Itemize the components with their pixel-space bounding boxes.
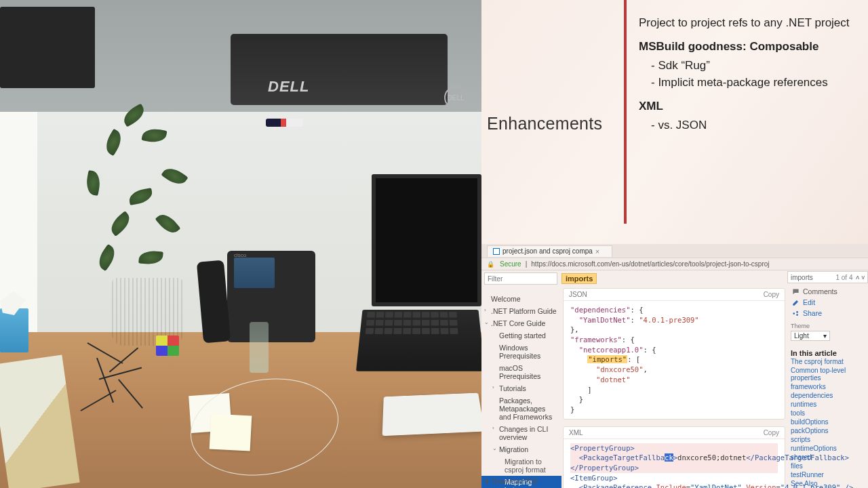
slide-accent-bar [624, 0, 627, 224]
nav-item-migration[interactable]: ⌄Migration [481, 443, 561, 455]
slide-bullet: XML [639, 98, 868, 115]
toc-link[interactable]: See Also [791, 479, 867, 488]
pencil-icon [792, 299, 800, 306]
slide-bullet: MSBuild goodness: Composable [639, 39, 868, 56]
xml-code-card: XML Copy <PropertyGroup> <PackageTargetF… [563, 426, 785, 488]
browser-address-bar[interactable]: 🔒 Secure | https://docs.microsoft.com/en… [481, 258, 868, 270]
toc-link[interactable]: testRunner [791, 470, 867, 479]
toc-link[interactable]: packOptions [791, 426, 867, 435]
lotion-bottle [250, 322, 269, 373]
download-icon: ⬇ [484, 478, 490, 485]
edit-action[interactable]: Edit [791, 297, 867, 308]
slide-bullet: Project to project refs to any .NET proj… [639, 15, 868, 32]
xml-code[interactable]: <PropertyGroup> <PackageTargetFallback>d… [564, 439, 785, 488]
whiteboard-marker [266, 119, 303, 127]
nav-item-mac-prereq[interactable]: macOS Prerequisites [481, 362, 561, 382]
copy-button[interactable]: Copy [764, 291, 779, 298]
laptop-keyboard [356, 310, 481, 371]
theme-select[interactable]: Light ▾ [791, 331, 830, 341]
slide-body: Project to project refs to any .NET proj… [639, 15, 868, 141]
nav-item-win-prereq[interactable]: Windows Prerequisites [481, 342, 561, 362]
dell-logo-circle: DELL [444, 86, 467, 109]
code-card-label: JSON [569, 291, 587, 298]
external-keyboard [382, 393, 481, 436]
chevron-right-icon: › [492, 384, 494, 390]
slide-subbullet: Sdk “Rug” [651, 58, 868, 75]
browser-tab[interactable]: project.json and csproj compa × [487, 245, 612, 257]
chevron-down-icon: ⌄ [484, 319, 489, 325]
browser-tab-title: project.json and csproj compa [502, 247, 593, 255]
toc-link[interactable]: tools [791, 409, 867, 418]
nav-item-packages[interactable]: Packages, Metapackages and Frameworks [481, 394, 561, 423]
in-this-article-toc: The csproj format Common top-level prope… [791, 357, 867, 488]
nav-item-platform-guide[interactable]: ›.NET Platform Guide [481, 305, 561, 317]
dell-monitor-back [231, 34, 448, 105]
slide-subbullet: vs. JSON [651, 117, 868, 134]
favicon-icon [493, 248, 500, 255]
lock-icon: 🔒 [487, 261, 494, 268]
copy-button[interactable]: Copy [764, 429, 779, 436]
rubiks-cube [156, 336, 179, 356]
json-code-card: JSON Copy "dependencies": { "YamlDotNet"… [563, 288, 785, 420]
toc-link[interactable]: runtimeOptions [791, 444, 867, 453]
find-count: 1 of 4 [835, 274, 852, 281]
nav-item-mig-format[interactable]: Migration to csproj format [481, 455, 561, 476]
toc-link[interactable]: scripts [791, 435, 867, 444]
nav-item-welcome[interactable]: Welcome [481, 293, 561, 305]
cisco-logo: cisco [234, 252, 246, 258]
code-card-label: XML [569, 429, 583, 436]
url-text: https://docs.microsoft.com/en-us/dotnet/… [531, 260, 769, 268]
comment-icon [792, 288, 800, 296]
chevron-right-icon: › [492, 425, 494, 431]
find-in-page-bar[interactable]: imports 1 of 4 ʌ v [787, 271, 868, 283]
toc-link[interactable]: dependencies [791, 391, 867, 400]
chevron-down-icon: ⌄ [492, 445, 497, 451]
chevron-up-icon[interactable]: ʌ [856, 274, 859, 281]
nav-item-cli-changes[interactable]: ›Changes in CLI overview [481, 423, 561, 443]
geometric-sculpture [78, 346, 159, 424]
nav-item-tutorials[interactable]: ›Tutorials [481, 382, 561, 394]
secure-label: Secure [500, 260, 521, 268]
close-icon[interactable]: × [595, 247, 599, 256]
slide-subbullet: Implicit meta-package references [651, 75, 868, 92]
chevron-down-icon[interactable]: v [862, 274, 865, 281]
toc-link[interactable]: buildOptions [791, 418, 867, 426]
laptop-screen [372, 174, 481, 306]
doc-right-column: Comments Edit Share Theme Light ▾ In thi… [791, 286, 867, 488]
share-action[interactable]: Share [791, 308, 867, 319]
nav-item-core-guide[interactable]: ⌄.NET Core Guide [481, 317, 561, 329]
toc-link[interactable]: runtimes [791, 400, 867, 409]
dell-logo: DELL [268, 78, 309, 96]
toc-link[interactable]: shared [791, 453, 867, 462]
doc-main-content: JSON Copy "dependencies": { "YamlDotNet"… [563, 288, 785, 488]
browser-tabbar: project.json and csproj compa × [481, 244, 868, 258]
slide-section-heading: Enhancements [487, 114, 602, 134]
chevron-right-icon: › [484, 307, 486, 313]
theme-label: Theme [791, 323, 867, 329]
json-code[interactable]: "dependencies": { "YamlDotNet": "4.0.1-p… [564, 301, 785, 419]
toc-link[interactable]: Common top-level properties [791, 366, 867, 382]
nav-item-getting-started[interactable]: Getting started [481, 329, 561, 342]
toc-link[interactable]: The csproj format [791, 357, 867, 366]
download-pdf-link[interactable]: ⬇ Download PDF [484, 478, 538, 485]
course-thumbnail-photo: DELL DELL cisco [0, 0, 481, 488]
search-highlight-chip: imports [561, 273, 597, 284]
doc-left-nav: Welcome ›.NET Platform Guide ⌄.NET Core … [481, 286, 561, 488]
plant [20, 61, 224, 291]
toc-link[interactable]: frameworks [791, 382, 867, 391]
toc-link[interactable]: files [791, 462, 867, 470]
browser-window: project.json and csproj compa × 🔒 Secure… [481, 244, 868, 488]
filter-input[interactable] [484, 272, 557, 285]
in-this-article-heading: In this article [791, 349, 867, 357]
separator: | [526, 260, 528, 268]
chevron-down-icon: ▾ [823, 332, 827, 340]
find-term: imports [791, 274, 813, 281]
share-icon [792, 310, 800, 317]
comments-action[interactable]: Comments [791, 286, 867, 297]
desk-phone-screen [234, 258, 275, 288]
